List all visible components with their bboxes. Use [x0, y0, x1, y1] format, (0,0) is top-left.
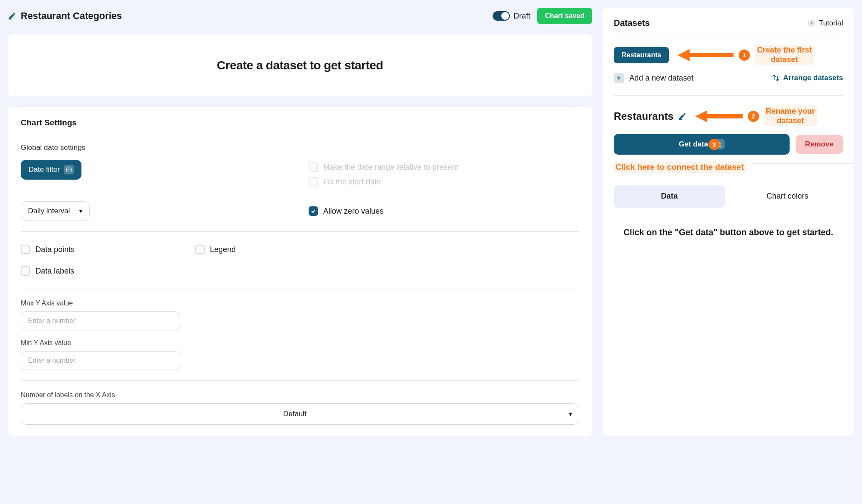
svg-rect-1 — [67, 168, 72, 172]
xaxis-labels-value: Default — [283, 410, 306, 418]
add-dataset-button[interactable]: + — [614, 73, 624, 83]
xaxis-labels-label: Number of labels on the X Axis — [21, 391, 579, 399]
add-dataset-label: Add a new dataset — [629, 74, 693, 83]
interval-select[interactable]: Daily interval ▾ — [21, 201, 90, 221]
fix-start-label: Fix the start date — [323, 177, 381, 187]
calendar-icon — [64, 165, 74, 174]
arrow-left-icon — [695, 109, 743, 124]
checkbox-icon — [309, 162, 318, 172]
get-data-button[interactable]: Get data — [614, 134, 790, 155]
legend-option[interactable]: Legend — [195, 242, 236, 257]
chart-saved-button[interactable]: Chart saved — [537, 8, 592, 24]
connect-callout: Click here to connect the dataset — [614, 162, 746, 173]
svg-rect-0 — [9, 19, 12, 20]
fix-start-option: Fix the start date — [309, 174, 579, 189]
checkbox-icon — [21, 266, 30, 276]
data-labels-option[interactable]: Data labels — [21, 264, 75, 278]
dataset-chip-restaurants[interactable]: Restaurants — [614, 47, 669, 63]
callout-1-text: Create the first dataset — [755, 45, 813, 65]
page-title: Restaurant Categories — [21, 10, 122, 22]
allow-zero-label: Allow zero values — [323, 207, 384, 216]
min-y-input[interactable] — [21, 351, 180, 370]
callout-2-text: Rename your dataset — [764, 106, 817, 126]
banner-card: Create a dataset to get started — [8, 34, 592, 96]
draft-toggle[interactable] — [493, 11, 510, 21]
legend-label: Legend — [210, 245, 236, 254]
checkbox-icon — [309, 177, 318, 187]
sort-icon — [772, 74, 780, 82]
step-badge-1: 1 — [739, 50, 750, 61]
step-badge-2: 2 — [748, 111, 759, 122]
datasets-title: Datasets — [614, 18, 650, 28]
arrange-label: Arrange datasets — [783, 74, 843, 82]
tab-chart-colors[interactable]: Chart colors — [732, 185, 843, 208]
chevron-down-icon: ▾ — [79, 208, 82, 215]
xaxis-labels-select[interactable]: Default ▾ — [21, 403, 579, 425]
data-labels-label: Data labels — [35, 267, 74, 276]
draft-label: Draft — [513, 12, 530, 21]
pencil-icon[interactable] — [8, 12, 16, 20]
date-filter-label: Date filter — [28, 165, 60, 174]
get-data-label: Get data — [679, 140, 708, 149]
max-y-label: Max Y Axis value — [21, 299, 579, 307]
step-badge-3: 3 — [709, 139, 720, 150]
tutorial-link[interactable]: ✦ Tutorial — [808, 19, 843, 28]
relative-date-label: Make the date range relative to present — [323, 163, 458, 172]
topbar: Restaurant Categories Draft Chart saved — [8, 8, 592, 24]
svg-rect-5 — [678, 119, 682, 120]
banner-text: Create a dataset to get started — [21, 46, 579, 85]
allow-zero-option[interactable]: Allow zero values — [309, 204, 579, 218]
data-points-option[interactable]: Data points — [21, 242, 75, 257]
datasets-panel: Datasets ✦ Tutorial Restaurants 1 Create… — [603, 8, 854, 436]
empty-state-message: Click on the "Get data" button above to … — [614, 227, 843, 237]
interval-label: Daily interval — [28, 207, 70, 215]
tutorial-icon: ✦ — [808, 19, 815, 27]
max-y-input[interactable] — [21, 311, 180, 330]
chart-settings-title: Chart Settings — [21, 118, 579, 128]
chart-settings-card: Chart Settings Global date settings Date… — [8, 107, 592, 436]
rename-dataset-icon[interactable] — [678, 112, 687, 121]
checkbox-icon — [21, 245, 30, 254]
arrange-datasets-link[interactable]: Arrange datasets — [772, 74, 843, 82]
page-title-wrap: Restaurant Categories — [8, 10, 122, 22]
remove-dataset-button[interactable]: Remove — [796, 135, 843, 154]
relative-date-option: Make the date range relative to present — [309, 160, 579, 174]
chevron-down-icon: ▾ — [569, 411, 572, 417]
data-points-label: Data points — [35, 245, 75, 254]
checkbox-icon — [195, 245, 205, 254]
arrow-left-icon — [678, 47, 734, 63]
tab-data[interactable]: Data — [614, 185, 725, 208]
callout-2: 2 Rename your dataset — [695, 106, 817, 126]
min-y-label: Min Y Axis value — [21, 339, 579, 347]
callout-1: 1 Create the first dataset — [678, 45, 813, 65]
date-filter-button[interactable]: Date filter — [21, 160, 81, 180]
global-date-label: Global date settings — [21, 143, 579, 152]
checkbox-checked-icon — [309, 206, 318, 216]
dataset-name: Restaurants — [614, 110, 674, 122]
tutorial-label: Tutorial — [819, 19, 843, 28]
